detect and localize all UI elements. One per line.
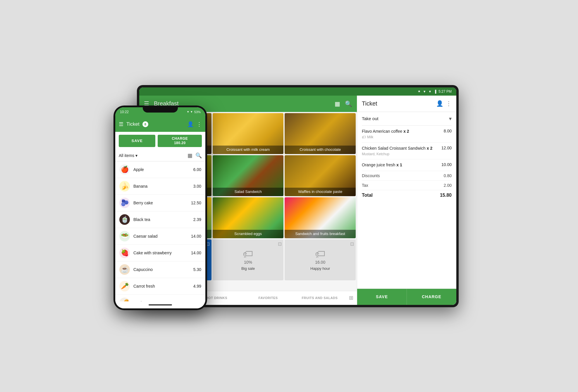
sandwich-name: Chicken Salad Croissant Sandwich x 2 <box>362 146 440 151</box>
croissant-choc-label: Croissant with chocolate <box>285 146 356 154</box>
list-item-carrot[interactable]: 🥕 Carrot fresh 4.99 <box>115 278 205 295</box>
banana-name: Banana <box>133 184 193 189</box>
grid-cell-scrambled[interactable]: Scrambled eggs <box>213 197 284 238</box>
tax-label: Tax <box>362 183 368 188</box>
cake-strawberry-avatar: 🍓 <box>119 248 130 258</box>
list-item-caesar[interactable]: 🥗 Caesar salad 14.00 <box>115 228 205 245</box>
sandwich-note: Mustard, Ketchup <box>362 152 389 156</box>
ticket-panel: Ticket 👤 ⋮ Take out ▾ <box>357 96 456 305</box>
juice-name: Orange juice fresh x 1 <box>362 162 440 168</box>
search-icon[interactable]: 🔍 <box>345 100 352 107</box>
carrot-price: 4.99 <box>193 284 201 289</box>
grid-cell-waffles[interactable]: Waffles in chocolate paste <box>285 155 356 196</box>
coffee-name: Flavo American coffee x 2 <box>362 129 440 134</box>
barcode-icon[interactable]: ▦ <box>335 100 340 107</box>
phone-device: 10:22 ▾ ▾ 53% ☰ Ticket 8 👤 ⋮ SAVE <box>113 106 207 310</box>
caesar-price: 14.00 <box>191 234 201 239</box>
list-item-cashew[interactable]: 🥜 Cashew nuts 15.00 <box>115 295 205 301</box>
phone-more-icon[interactable]: ⋮ <box>197 121 202 127</box>
header-icons: ▦ 🔍 <box>335 100 352 107</box>
phone-action-row: SAVE CHARGE 180.20 <box>115 132 205 150</box>
carrot-avatar: 🥕 <box>119 281 130 291</box>
cashew-avatar: 🥜 <box>119 298 130 301</box>
more-options-icon[interactable]: ⋮ <box>446 100 452 107</box>
caesar-name: Caesar salad <box>133 234 191 239</box>
coffee-note: Milk <box>367 135 373 139</box>
sandwich-price: 12.00 <box>440 146 452 150</box>
grid-cell-salad[interactable]: Salad Sandwich <box>213 155 284 196</box>
phone-filter-row: All items ▾ ▦ 🔍 <box>115 150 205 161</box>
take-out-label: Take out <box>362 116 379 121</box>
phone-barcode-icon[interactable]: ▦ <box>187 152 192 159</box>
salad-label: Salad Sandwich <box>213 188 284 196</box>
cake-strawberry-name: Cake with strawberry <box>133 251 191 255</box>
order-item-coffee[interactable]: Flavo American coffee x 2 8.00 🏷 Milk <box>362 126 452 143</box>
filter-dropdown-icon: ▾ <box>135 153 137 158</box>
grid-view-icon[interactable]: ⊞ <box>345 295 357 301</box>
banana-avatar: 🍌 <box>119 181 130 191</box>
tab-fruits-salads[interactable]: FRUITS AND SALADS <box>294 295 345 301</box>
order-item-juice[interactable]: Orange juice fresh x 1 10.00 <box>362 159 452 171</box>
phone-list: 🍎 Apple 6.00 🍌 Banana 3.00 🫐 Berry cake … <box>115 161 205 301</box>
tax-value: 2.00 <box>444 183 452 188</box>
list-item-berry-cake[interactable]: 🫐 Berry cake 12.50 <box>115 195 205 211</box>
phone-notch <box>143 106 178 113</box>
black-tea-avatar: 🍵 <box>119 214 130 225</box>
berry-cake-price: 12.50 <box>191 201 201 205</box>
bigsale-value: 10% <box>244 260 252 265</box>
signal-icon: ▼ <box>429 90 432 93</box>
grid-cell-big-sale[interactable]: ⊡ 🏷 10% Big sale <box>213 239 284 280</box>
berry-cake-avatar: 🫐 <box>119 198 130 208</box>
carrot-name: Carrot fresh <box>133 284 193 289</box>
tablet-status-bar: ★ ▼ ▼ ▐ 5:27 PM <box>139 87 456 96</box>
home-indicator <box>149 304 172 305</box>
phone-ticket-label: Ticket <box>126 121 140 127</box>
phone-home-bar <box>115 301 205 308</box>
discounts-value: 0.80 <box>444 173 452 178</box>
total-label: Total <box>362 193 373 198</box>
list-item-capuccino[interactable]: ☕ Capuccino 5.30 <box>115 261 205 278</box>
tag-happyhour-icon: 🏷 <box>315 249 326 259</box>
happyhour-value: 16.00 <box>315 260 325 265</box>
discounts-row: Discounts 0.80 <box>362 171 452 181</box>
phone-charge-button[interactable]: CHARGE 180.20 <box>158 135 202 147</box>
tab-favorites[interactable]: FAVORITES <box>242 295 294 301</box>
list-item-banana[interactable]: 🍌 Banana 3.00 <box>115 178 205 195</box>
croissant-milk-label: Croissant with milk cream <box>213 146 284 154</box>
phone-menu-icon[interactable]: ☰ <box>119 121 123 127</box>
phone-wifi-icon: ▾ <box>187 110 189 114</box>
black-tea-price: 2.39 <box>193 217 201 222</box>
total-row: Total 15.80 <box>362 190 452 200</box>
phone-signal-icon: ▾ <box>191 110 192 114</box>
bluetooth-icon: ★ <box>418 89 421 93</box>
list-item-black-tea[interactable]: 🍵 Black tea 2.39 <box>115 211 205 228</box>
take-out-section: Take out ▾ <box>362 112 452 126</box>
tax-row: Tax 2.00 <box>362 181 452 190</box>
capuccino-price: 5.30 <box>193 267 201 272</box>
add-person-icon[interactable]: 👤 <box>436 100 443 107</box>
phone-screen: 10:22 ▾ ▾ 53% ☰ Ticket 8 👤 ⋮ SAVE <box>115 107 205 308</box>
phone-filter-select[interactable]: All items ▾ <box>119 153 185 158</box>
phone-search-icon[interactable]: 🔍 <box>195 152 202 159</box>
list-item-cake-strawberry[interactable]: 🍓 Cake with strawberry 14.00 <box>115 245 205 261</box>
phone-header-icons: 👤 ⋮ <box>187 121 202 127</box>
scrambled-label: Scrambled eggs <box>213 230 284 238</box>
take-out-row[interactable]: Take out ▾ <box>362 115 452 122</box>
grid-cell-croissant-choc[interactable]: Croissant with chocolate <box>285 113 356 154</box>
total-value: 15.80 <box>440 193 452 198</box>
phone-save-button[interactable]: SAVE <box>119 135 155 147</box>
ticket-save-button[interactable]: SAVE <box>357 289 407 305</box>
grid-cell-sandwich-fruits[interactable]: Sandwich and fruits breakfast <box>285 197 356 238</box>
list-item-apple[interactable]: 🍎 Apple 6.00 <box>115 161 205 178</box>
phone-time: 10:22 <box>120 110 129 114</box>
tablet-time: 5:27 PM <box>438 89 452 94</box>
apple-name: Apple <box>133 167 193 172</box>
phone-add-person-icon[interactable]: 👤 <box>187 121 194 127</box>
grid-cell-happy-hour[interactable]: ⊡ 🏷 16.00 Happy hour <box>285 239 356 280</box>
filter-label: All items <box>119 153 134 158</box>
ticket-charge-button[interactable]: CHARGE <box>407 289 456 305</box>
bigsale-label: Big sale <box>241 266 255 271</box>
tag-icon-coffee: 🏷 <box>362 135 366 139</box>
order-item-sandwich[interactable]: Chicken Salad Croissant Sandwich x 2 12.… <box>362 143 452 159</box>
grid-cell-croissant-milk[interactable]: Croissant with milk cream <box>213 113 284 154</box>
